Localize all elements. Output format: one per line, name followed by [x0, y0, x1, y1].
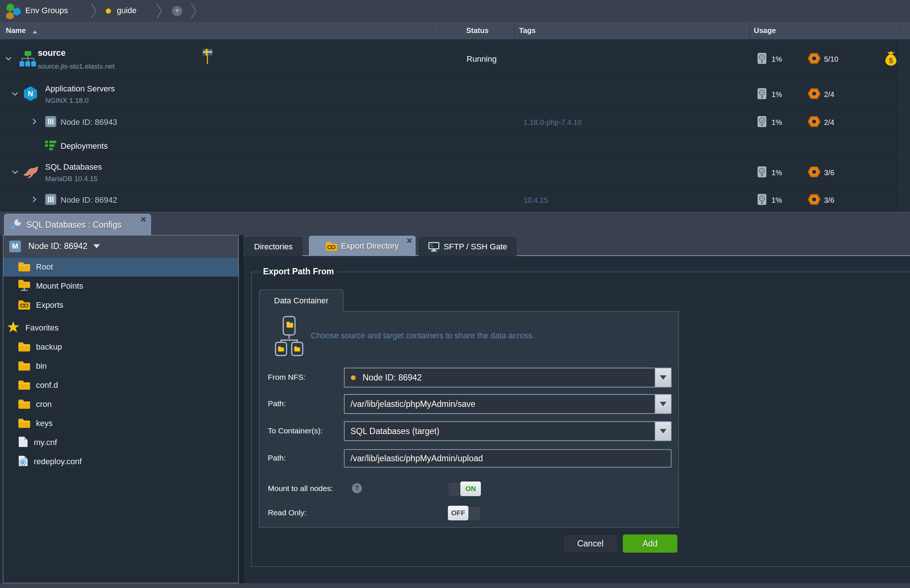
cloudlets-value: 2/4: [824, 118, 834, 126]
deployments-label: Deployments: [61, 141, 108, 151]
dropdown-arrow-button[interactable]: [655, 395, 671, 413]
cloudlets-icon: [808, 166, 821, 179]
to-containers-combo[interactable]: SQL Databases (target): [344, 421, 672, 441]
tab-sql-databases-configs[interactable]: SQL Databases : Configs ×: [4, 214, 151, 236]
sidebar-item-redeploy-conf[interactable]: redeploy.conf: [3, 452, 238, 471]
sidebar-item-exports[interactable]: Exports: [3, 296, 238, 315]
read-only-toggle[interactable]: OFF: [448, 506, 481, 520]
configs-right-panel: Directories Export Directory × SFTP: [244, 235, 910, 588]
env-row-application-servers[interactable]: N Application Servers NGINX 1.18.0 1% 2/…: [0, 79, 910, 110]
chevron-down-icon[interactable]: [12, 91, 18, 98]
from-nfs-label: From NFS:: [268, 373, 305, 381]
deployments-icon: [45, 141, 56, 152]
target-path-input[interactable]: /var/lib/jelastic/phpMyAdmin/upload: [344, 449, 672, 467]
close-icon[interactable]: ×: [141, 215, 146, 224]
billing-money-bag-icon[interactable]: $: [885, 51, 897, 68]
tab-sftp-ssh-gate[interactable]: SFTP / SSH Gate: [419, 237, 517, 256]
tab-directories[interactable]: Directories: [244, 237, 302, 256]
folder-link-icon: [325, 241, 337, 251]
dropdown-arrow-button[interactable]: [655, 368, 671, 387]
sidebar-item-bin[interactable]: bin: [3, 357, 238, 376]
disk-usage-value: 1%: [771, 55, 782, 63]
node-tag: 10.4.15: [524, 196, 548, 204]
sidebar-item-conf-d[interactable]: conf.d: [3, 376, 238, 395]
breadcrumb-separator-icon: [91, 3, 97, 19]
env-row-source[interactable]: source source.jls-sto1.elastx.net Runnin…: [0, 39, 910, 79]
bottom-status-strip: [0, 583, 910, 588]
source-path-label: Path:: [268, 399, 286, 408]
column-header-status[interactable]: Status: [466, 26, 489, 35]
env-row-sql-databases[interactable]: SQL Databases MariaDB 10.4.15 1% 3/6: [0, 157, 910, 188]
region-flag-icon: [202, 48, 213, 68]
sidebar-item-label: Favorites: [25, 323, 58, 333]
fieldset-border-left: [251, 272, 252, 567]
mariadb-seal-icon: [23, 165, 39, 181]
node-status-dot-icon: [351, 375, 356, 380]
chevron-down-icon[interactable]: [5, 56, 12, 63]
fieldset-border-top: [251, 272, 910, 272]
folder-icon: [18, 341, 31, 353]
disk-usage-value: 1%: [771, 118, 782, 126]
tab-label: Data Container: [274, 296, 328, 305]
tab-export-directory[interactable]: Export Directory ×: [309, 236, 415, 256]
sidebar-item-keys[interactable]: keys: [3, 414, 238, 433]
add-env-group-button[interactable]: +: [172, 6, 182, 16]
folder-icon: [18, 360, 31, 372]
cloudlets-value: 3/6: [824, 196, 834, 204]
deployments-row[interactable]: Deployments: [0, 135, 910, 157]
table-header: Name Status Tags Usage: [0, 22, 910, 39]
configs-tab-bar: Directories Export Directory × SFTP: [244, 235, 910, 256]
tab-label: SQL Databases : Configs: [26, 220, 121, 230]
export-directory-content: Export Path From Data Container: [244, 256, 910, 588]
node-selector[interactable]: M Node ID: 86942: [3, 236, 238, 257]
sidebar-item-cron[interactable]: cron: [3, 395, 238, 414]
breadcrumb-env-groups[interactable]: Env Groups: [25, 6, 68, 15]
chevron-right-icon[interactable]: [32, 196, 37, 204]
folder-icon: [18, 418, 31, 429]
sidebar-item-favorites[interactable]: Favorites: [3, 318, 238, 338]
column-header-usage[interactable]: Usage: [754, 26, 776, 35]
disk-usage-value: 1%: [771, 196, 782, 204]
combo-value: SQL Databases (target): [344, 426, 440, 436]
env-name: source: [38, 47, 115, 58]
star-icon: [6, 321, 20, 335]
breadcrumb-guide[interactable]: guide: [117, 6, 137, 15]
sidebar-item-root[interactable]: Root: [3, 257, 238, 276]
sidebar-item-backup[interactable]: backup: [3, 338, 238, 357]
container-icon: [45, 116, 56, 129]
node-group-stack: NGINX 1.18.0: [45, 96, 115, 105]
app-screen: Env Groups guide + Name Status Tags Usag…: [0, 0, 910, 588]
column-header-name[interactable]: Name: [6, 26, 26, 35]
source-path-combo[interactable]: /var/lib/jelastic/phpMyAdmin/save: [344, 394, 672, 414]
dropdown-arrow-button[interactable]: [655, 422, 671, 440]
sidebar-item-my-cnf[interactable]: my.cnf: [3, 433, 238, 452]
panel-splitter[interactable]: [239, 235, 244, 588]
node-id-label: Node ID: 86942: [61, 195, 117, 205]
sidebar-item-mount-points[interactable]: Mount Points: [3, 276, 238, 296]
close-icon[interactable]: ×: [407, 236, 412, 245]
column-header-tags[interactable]: Tags: [519, 26, 536, 35]
mount-all-nodes-toggle[interactable]: ON: [448, 481, 481, 496]
cloudlets-icon: [808, 88, 821, 101]
add-button[interactable]: Add: [623, 535, 677, 553]
chevron-down-icon[interactable]: [12, 169, 18, 176]
help-icon[interactable]: ?: [352, 483, 362, 493]
node-tag: 1.18.0-php-7.4.10: [524, 118, 582, 126]
sidebar-item-label: Mount Points: [36, 281, 83, 291]
node-row-86943[interactable]: Node ID: 86943 1.18.0-php-7.4.10 1% 2/4: [0, 110, 910, 135]
from-nfs-combo[interactable]: Node ID: 86942: [344, 368, 672, 388]
breadcrumb-separator-icon: [191, 3, 197, 19]
file-tree-sidebar: M Node ID: 86942 Root Mount Points Expor: [3, 235, 239, 583]
node-row-86942[interactable]: Node ID: 86942 10.4.15 1% 3/6: [0, 188, 910, 212]
node-group-name: SQL Databases: [45, 162, 102, 172]
chevron-right-icon[interactable]: [32, 118, 37, 126]
share-containers-icon: [273, 316, 305, 358]
container-icon: [45, 194, 56, 207]
button-label: Add: [643, 539, 658, 549]
sort-asc-icon[interactable]: [32, 29, 37, 35]
tab-data-container[interactable]: Data Container: [259, 289, 344, 312]
file-icon: [18, 436, 28, 449]
cancel-button[interactable]: Cancel: [563, 535, 617, 553]
input-value: /var/lib/jelastic/phpMyAdmin/upload: [344, 454, 483, 464]
scrollbar-area: [900, 39, 910, 212]
